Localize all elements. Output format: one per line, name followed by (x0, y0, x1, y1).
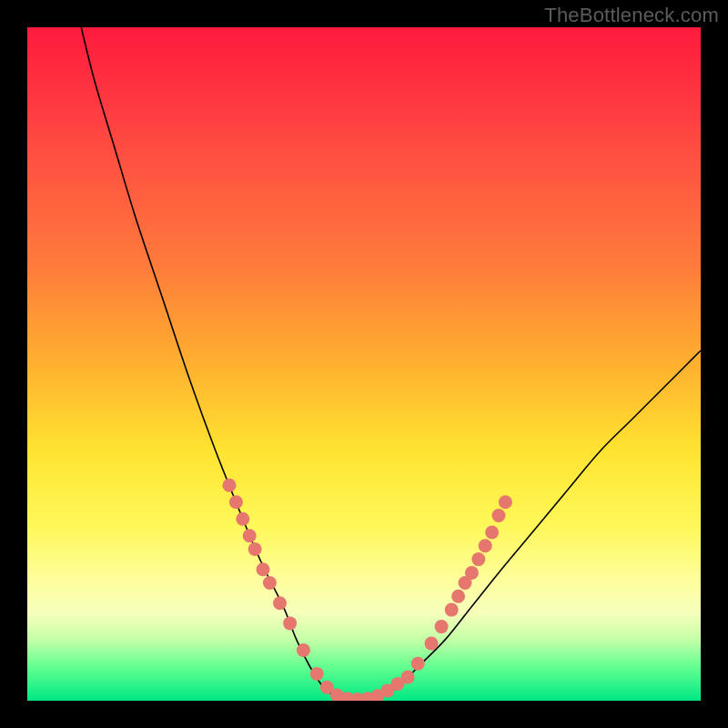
data-point (435, 620, 449, 633)
data-point (471, 552, 485, 566)
data-point (223, 479, 237, 492)
data-point (297, 643, 310, 657)
data-point (499, 495, 512, 509)
data-point (283, 616, 297, 630)
data-point (229, 495, 243, 509)
watermark-text: TheBottleneck.com (544, 4, 719, 27)
data-point (257, 562, 270, 576)
data-point (492, 509, 506, 522)
data-point (236, 512, 249, 526)
data-point (451, 590, 465, 603)
data-points-group (223, 479, 512, 701)
data-point (273, 596, 287, 610)
data-point (411, 657, 425, 671)
data-point (310, 667, 324, 681)
data-point (248, 542, 262, 556)
data-point (479, 539, 492, 552)
bottleneck-curve (81, 27, 701, 701)
chart-frame: TheBottleneck.com (0, 0, 728, 728)
data-point (445, 603, 459, 617)
data-point (243, 529, 257, 542)
data-point (465, 566, 479, 580)
data-point (425, 637, 439, 651)
chart-svg (27, 27, 701, 701)
data-point (485, 526, 499, 540)
data-point (401, 671, 415, 684)
plot-area (27, 27, 701, 701)
data-point (263, 576, 277, 590)
